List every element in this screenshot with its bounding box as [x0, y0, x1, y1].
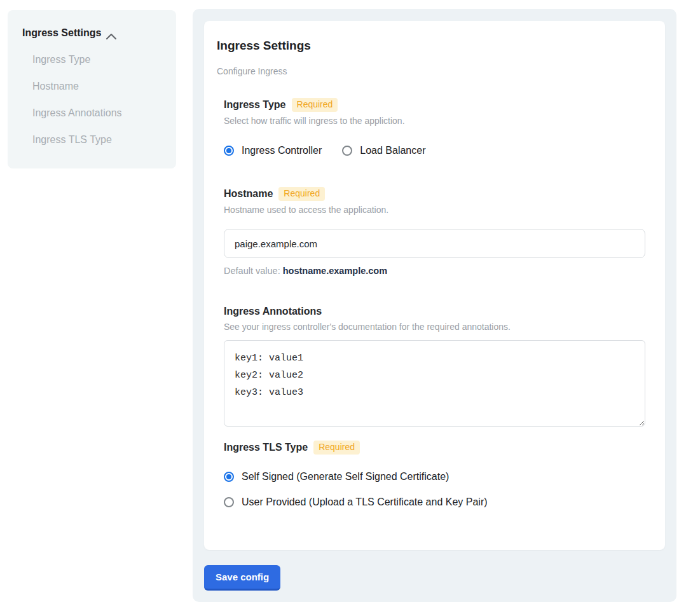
sidebar-item-ingress-annotations[interactable]: Ingress Annotations	[32, 107, 165, 119]
section-description: See your ingress controller's documentat…	[224, 322, 646, 332]
radio-unselected-icon[interactable]	[224, 497, 234, 507]
section-header-ingress-tls-type: Ingress TLS Type Required	[224, 441, 646, 455]
page-title: Ingress Settings	[217, 39, 646, 53]
radio-unselected-icon[interactable]	[342, 146, 352, 156]
sidebar-item-ingress-tls-type[interactable]: Ingress TLS Type	[32, 134, 165, 146]
settings-sidebar: Ingress Settings Ingress Type Hostname I…	[8, 10, 176, 168]
section-label: Hostname	[224, 188, 273, 200]
sidebar-list: Ingress Type Hostname Ingress Annotation…	[32, 54, 165, 146]
ingress-type-radio-group: Ingress Controller Load Balancer	[224, 145, 646, 156]
sidebar-group-label: Ingress Settings	[22, 27, 101, 39]
radio-label: Load Balancer	[360, 145, 425, 156]
section-header-hostname: Hostname Required	[224, 187, 646, 201]
radio-label: Self Signed (Generate Self Signed Certif…	[242, 471, 449, 483]
radio-label: User Provided (Upload a TLS Certificate …	[242, 496, 488, 508]
sidebar-item-hostname[interactable]: Hostname	[32, 81, 165, 92]
radio-load-balancer[interactable]: Load Balancer	[342, 145, 425, 156]
radio-selected-icon[interactable]	[224, 146, 234, 156]
ingress-settings-card: Ingress Settings Configure Ingress Ingre…	[204, 21, 665, 550]
hostname-default-helper: Default value: hostname.example.com	[224, 266, 646, 276]
sidebar-item-ingress-type[interactable]: Ingress Type	[32, 54, 165, 65]
default-value-text: hostname.example.com	[283, 266, 387, 276]
radio-user-provided[interactable]: User Provided (Upload a TLS Certificate …	[224, 496, 646, 508]
chevron-up-icon	[106, 31, 116, 37]
section-description: Hostname used to access the application.	[224, 205, 646, 215]
tls-type-radio-group: Self Signed (Generate Self Signed Certif…	[224, 471, 646, 508]
save-config-button[interactable]: Save config	[204, 565, 280, 591]
form-sections: Ingress Type Required Select how traffic…	[224, 98, 646, 508]
section-label: Ingress TLS Type	[224, 441, 308, 454]
settings-panel: Ingress Settings Configure Ingress Ingre…	[193, 9, 676, 602]
default-value-label: Default value:	[224, 266, 280, 276]
section-header-ingress-annotations: Ingress Annotations	[224, 305, 646, 318]
sidebar-group-ingress-settings[interactable]: Ingress Settings	[22, 27, 165, 39]
section-label: Ingress Annotations	[224, 305, 322, 318]
radio-self-signed[interactable]: Self Signed (Generate Self Signed Certif…	[224, 471, 646, 483]
section-label: Ingress Type	[224, 99, 286, 111]
section-description: Select how traffic will ingress to the a…	[224, 116, 646, 126]
section-header-ingress-type: Ingress Type Required	[224, 98, 646, 112]
hostname-input[interactable]	[224, 229, 645, 258]
annotations-textarea[interactable]: key1: value1 key2: value2 key3: value3	[224, 340, 645, 427]
required-badge: Required	[278, 187, 325, 201]
page-subtitle: Configure Ingress	[217, 66, 646, 76]
radio-selected-icon[interactable]	[224, 472, 234, 482]
radio-ingress-controller[interactable]: Ingress Controller	[224, 145, 322, 156]
required-badge: Required	[313, 441, 360, 455]
radio-label: Ingress Controller	[242, 145, 322, 156]
required-badge: Required	[292, 98, 338, 112]
